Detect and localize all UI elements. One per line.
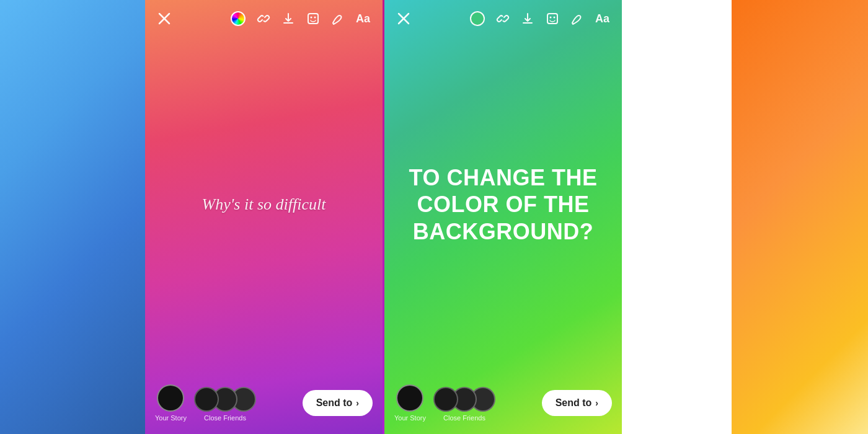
content-area-1: Why's it so difficult <box>145 32 383 377</box>
send-to-label-2: Send to <box>556 397 592 409</box>
svg-point-8 <box>549 17 551 19</box>
send-chevron-2: › <box>595 398 598 408</box>
link-icon-1[interactable] <box>257 12 270 25</box>
phone-panel-2: Aa TO CHANGE THE COLOR OF THE BACKGROUND… <box>384 0 622 434</box>
close-friends-label-1: Close Friends <box>204 414 246 422</box>
your-story-label-2: Your Story <box>394 414 426 422</box>
close-friend-avatar-2a <box>433 387 458 412</box>
download-icon-2[interactable] <box>521 12 534 25</box>
text-icon-2[interactable]: Aa <box>595 12 609 25</box>
toolbar-1: Aa <box>145 0 383 32</box>
your-story-group-1: Your Story <box>155 384 187 422</box>
text-icon-1[interactable]: Aa <box>356 12 370 25</box>
color-picker-icon-1[interactable] <box>231 11 246 26</box>
toolbar-right-1: Aa <box>231 11 370 26</box>
your-story-avatar-1 <box>157 384 184 412</box>
panels-container: Aa Why's it so difficult Your Story <box>0 0 868 434</box>
your-story-group-2: Your Story <box>394 384 426 422</box>
close-friends-label-2: Close Friends <box>443 414 485 422</box>
svg-point-4 <box>314 17 316 19</box>
draw-icon-1[interactable] <box>331 12 345 25</box>
close-friend-avatar-1a <box>194 387 219 412</box>
toolbar-2: Aa <box>384 0 622 32</box>
story-text-1: Why's it so difficult <box>202 195 326 214</box>
story-text-2: TO CHANGE THE COLOR OF THE BACKGROUND? <box>397 164 609 245</box>
send-chevron-1: › <box>356 398 359 408</box>
svg-point-9 <box>553 17 555 19</box>
draw-icon-2[interactable] <box>570 12 584 25</box>
svg-point-3 <box>310 17 312 19</box>
left-spacer <box>0 0 145 434</box>
your-story-avatar-2 <box>396 384 423 412</box>
avatars-section-2: Your Story Close Friends <box>394 384 495 422</box>
download-icon-1[interactable] <box>281 12 295 25</box>
sticker-icon-2[interactable] <box>546 12 559 25</box>
bottom-bar-2: Your Story Close Friends Send to › <box>384 377 622 434</box>
bottom-bar-1: Your Story Close Friends Send to › <box>145 377 383 434</box>
send-to-button-2[interactable]: Send to › <box>542 390 612 416</box>
close-friends-avatars-2 <box>433 387 495 412</box>
send-to-label-1: Send to <box>316 397 353 409</box>
close-button-1[interactable] <box>157 12 171 25</box>
toolbar-right-2: Aa <box>470 11 609 26</box>
close-friends-avatars-1 <box>194 387 256 412</box>
send-to-button-1[interactable]: Send to › <box>303 390 373 416</box>
avatars-section-1: Your Story Close Friends <box>155 384 256 422</box>
phone-panel-1: Aa Why's it so difficult Your Story <box>145 0 383 434</box>
close-friends-group-2: Close Friends <box>433 387 495 422</box>
close-button-2[interactable] <box>397 12 410 25</box>
link-icon-2[interactable] <box>496 12 510 25</box>
right-spacer <box>622 0 758 434</box>
sticker-icon-1[interactable] <box>306 12 320 25</box>
toolbar-left-1 <box>157 12 171 25</box>
close-friends-group-1: Close Friends <box>194 387 256 422</box>
content-area-2: TO CHANGE THE COLOR OF THE BACKGROUND? <box>384 32 622 377</box>
your-story-label-1: Your Story <box>155 414 187 422</box>
color-picker-icon-2[interactable] <box>470 11 485 26</box>
toolbar-left-2 <box>397 12 410 25</box>
